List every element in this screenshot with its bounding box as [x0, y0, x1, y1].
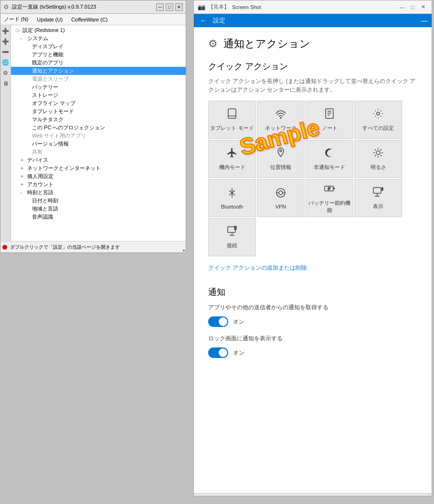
network-icon [275, 108, 286, 122]
notifications-settings-icon: ⚙ [208, 38, 218, 50]
quick-cell-bluetooth[interactable]: Bluetooth [208, 179, 256, 217]
left-menubar: ノード (N) Update (U) CoffeeWare (C) [0, 14, 186, 25]
menu-coffeeware[interactable]: CoffeeWare (C) [70, 16, 109, 23]
minus-icon[interactable]: ➖ [2, 48, 10, 56]
left-panel: ⚙ 設定一直線 (tvSettings) v.0.9.7.0123 — □ ✕ … [0, 0, 186, 253]
tree-label-web-apps: Web サイト用のアプリ [32, 132, 86, 139]
tree-item-battery[interactable]: バッテリー [11, 83, 186, 91]
tree-item-account[interactable]: + アカウント [11, 180, 186, 189]
close-button[interactable]: ✕ [175, 3, 183, 11]
tree-label-datetime: 日付と時刻 [32, 197, 58, 204]
quiet-hours-icon [324, 147, 335, 161]
notification-section: 通知 アプリやその他の送信者からの通知を取得する オン ロック画面に通知を表示す… [208, 286, 417, 358]
quick-label-network: ネットワーク [265, 125, 296, 132]
notify-desc2: ロック画面に通知を表示する [208, 335, 417, 343]
restore-button[interactable]: □ [166, 3, 173, 11]
right-title: Screen Shot [232, 4, 261, 10]
settings2-icon[interactable]: ⚙ [2, 69, 10, 77]
tree-label-tablet: タブレットモード [32, 108, 74, 115]
tree-item-power[interactable]: 電源とスリープ [11, 75, 186, 83]
right-titlebar: 📷 【見本】 Screen Shot — □ ✕ [194, 0, 432, 14]
left-panel-title: 設定一直線 (tvSettings) v.0.9.7.0123 [12, 3, 96, 10]
globe-icon[interactable]: 🌐 [2, 59, 10, 66]
toggle-row-1: オン [208, 316, 417, 327]
resize-handle[interactable] [183, 250, 185, 252]
tree-item-projection[interactable]: この PC へのプロジェクション [11, 124, 186, 132]
right-restore-button[interactable]: □ [408, 2, 417, 12]
notify-toggle-1[interactable] [208, 316, 228, 327]
add-plus2-icon[interactable]: ➕ [2, 38, 10, 45]
menu-node[interactable]: ノード (N) [2, 15, 30, 23]
tree-item-root[interactable]: □- 設定 (Redstone 1) [11, 26, 186, 34]
quick-cell-battery-saver[interactable]: バッテリー節約機能 [306, 179, 353, 217]
quick-label-tablet: タブレット モード [210, 125, 254, 132]
toggle-knob-1 [219, 317, 227, 326]
svg-point-8 [280, 150, 282, 152]
quick-actions-link[interactable]: クイック アクションの追加または削除 [208, 264, 417, 272]
quick-cell-settings[interactable]: すべての設定 [354, 101, 402, 139]
page-title: 通知とアクション [223, 37, 310, 51]
svg-point-19 [279, 191, 283, 195]
monitor-icon[interactable]: 🖥 [2, 80, 10, 87]
left-titlebar-left: ⚙ 設定一直線 (tvSettings) v.0.9.7.0123 [3, 3, 96, 10]
tree-item-network[interactable]: + ネットワークとインターネット [11, 164, 186, 172]
tree-item-apps[interactable]: アプリと機能 [11, 51, 186, 59]
tree-item-devices[interactable]: + デバイス [11, 156, 186, 164]
tree-container[interactable]: □- 設定 (Redstone 1) - システム ディスプレイ アプリと機能 … [11, 25, 186, 241]
tree-item-speech[interactable]: 音声認識 [11, 213, 186, 221]
quick-cell-brightness[interactable]: 明るさ [354, 140, 402, 178]
tree-item-time-lang[interactable]: - 時刻と言語 [11, 189, 186, 197]
right-titlebar-left: 📷 【見本】 Screen Shot [198, 3, 261, 10]
quick-cell-connect[interactable]: 接続 [208, 218, 256, 256]
tree-item-multitask[interactable]: マルチタスク [11, 116, 186, 124]
tree-item-share[interactable]: 共有 [11, 148, 186, 156]
tree-label-network: ネットワークとインターネット [27, 165, 101, 172]
tree-label-time-lang: 時刻と言語 [27, 189, 53, 196]
tree-item-datetime[interactable]: 日付と時刻 [11, 197, 186, 205]
tree-item-version[interactable]: バージョン情報 [11, 140, 186, 148]
status-text: ダブルクリックで「設定」の当該ページを開きます [10, 244, 120, 251]
left-titlebar-controls: — □ ✕ [156, 3, 183, 11]
notify-desc1: アプリやその他の送信者からの通知を取得する [208, 304, 417, 312]
expander-root: □- [16, 28, 21, 33]
svg-point-7 [377, 112, 380, 115]
tree-item-tablet[interactable]: タブレットモード [11, 107, 186, 116]
tree-item-system[interactable]: - システム [11, 34, 186, 42]
notify-title: 通知 [208, 286, 417, 298]
tree-label-region-lang: 地域と言語 [32, 205, 58, 212]
right-minimize-button[interactable]: — [397, 2, 407, 12]
quick-cell-tablet[interactable]: タブレット モード [208, 101, 256, 139]
tree-item-offline-map[interactable]: オフライン マップ [11, 99, 186, 107]
back-button[interactable]: ← [198, 15, 209, 26]
page-header: ⚙ 通知とアクション [208, 37, 417, 51]
tree-item-storage[interactable]: ストレージ [11, 91, 186, 99]
right-close-button[interactable]: ✕ [418, 2, 428, 12]
quick-label-location: 位置情報 [270, 164, 291, 171]
tree-label-power: 電源とスリープ [32, 75, 69, 83]
quick-cell-location[interactable]: 位置情報 [257, 140, 305, 178]
quick-cell-note[interactable]: ノート [306, 101, 353, 139]
tree-label-projection: この PC へのプロジェクション [32, 124, 105, 131]
tree-item-personal[interactable]: + 個人用設定 [11, 172, 186, 180]
quick-cell-network[interactable]: ネットワーク [257, 101, 305, 139]
tree-item-default-apps[interactable]: 既定のアプリ [11, 59, 186, 67]
quick-cell-airplane[interactable]: 機内モード [208, 140, 256, 178]
minimize-button[interactable]: — [156, 3, 164, 11]
tree-item-notifications[interactable]: 通知とアクション [11, 67, 186, 75]
tree-item-display[interactable]: ディスプレイ [11, 42, 186, 51]
note-icon [324, 108, 335, 122]
svg-rect-3 [326, 109, 333, 118]
quick-cell-vpn[interactable]: VPN [257, 179, 305, 217]
tree-label-battery: バッテリー [32, 84, 58, 91]
add-plus-icon[interactable]: ➕ [2, 27, 10, 35]
breadcrumb-minimize-button[interactable]: — [421, 17, 428, 24]
vpn-icon [275, 187, 286, 201]
tree-item-web-apps[interactable]: Web サイト用のアプリ [11, 132, 186, 140]
tree-item-region-lang[interactable]: 地域と言語 [11, 205, 186, 213]
quick-cell-display[interactable]: 表示 [354, 179, 402, 217]
quick-cell-quiet[interactable]: 非通知モード [306, 140, 353, 178]
notify-toggle-2[interactable] [208, 347, 228, 358]
right-title-bracketed: 【見本】 [208, 3, 229, 10]
menu-update[interactable]: Update (U) [35, 16, 64, 23]
bluetooth-icon [227, 187, 237, 201]
